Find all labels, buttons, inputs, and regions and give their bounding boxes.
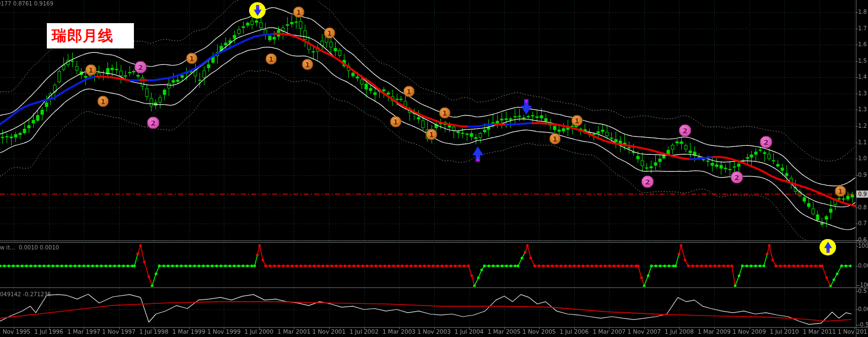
number-1-orange[interactable]: 1 <box>186 53 198 64</box>
sell-arrow-blue[interactable] <box>520 99 533 115</box>
number-1-orange[interactable]: 1 <box>324 28 336 39</box>
buy-arrow-blue[interactable] <box>471 146 484 162</box>
time-axis-label: 1 Mar 2003 <box>382 328 416 335</box>
price-axis-label: 1.5 <box>858 58 867 64</box>
sell-signal-yellow-circle[interactable] <box>249 2 266 19</box>
chart-title-label[interactable]: 瑞郎月线 <box>47 23 134 48</box>
number-2-pink[interactable]: 2 <box>641 176 654 188</box>
buy-signal-yellow-circle[interactable] <box>820 239 836 256</box>
time-axis-label: 1 Mar 2011 <box>803 328 836 335</box>
time-axis-label: 1 Nov 2011 <box>838 328 868 335</box>
number-1-orange[interactable]: 1 <box>266 53 277 65</box>
indicator2-label: 049142 -0.271236 <box>0 291 51 297</box>
indicator-axis-label: 0.00 <box>858 263 868 269</box>
price-axis-label: 1.8 <box>858 9 867 15</box>
trading-chart-window: 9177 0.8761 0.9169 瑞郎月线 w it... 0.0010 0… <box>0 0 868 337</box>
number-1-orange[interactable]: 1 <box>835 186 847 197</box>
time-axis-label: 1 Nov 2009 <box>732 328 766 335</box>
price-axis-label: 1.3 <box>858 106 867 113</box>
time-axis-label: 1 Jul 2008 <box>665 328 694 335</box>
number-2-pink[interactable]: 2 <box>731 171 743 184</box>
time-axis-label: 1 Jul 1996 <box>34 328 63 335</box>
time-axis-label: 1 Mar 2009 <box>698 328 731 335</box>
time-axis-label: 1 Jul 2004 <box>455 328 484 335</box>
price-axis-label: 0.9 <box>858 172 867 178</box>
time-axis-label: 1 Mar 1999 <box>172 328 206 335</box>
number-1-orange[interactable]: 1 <box>572 115 583 127</box>
number-1-orange[interactable]: 1 <box>549 133 561 145</box>
number-1-orange[interactable]: 1 <box>439 107 451 119</box>
number-2-pink[interactable]: 2 <box>147 117 160 129</box>
time-axis-label: 1 Jul 2010 <box>770 328 799 335</box>
indicator-axis-label: 0.00 <box>858 306 868 313</box>
number-2-pink[interactable]: 2 <box>760 136 773 149</box>
number-1-orange[interactable]: 1 <box>293 7 305 18</box>
time-axis-label: 1 Jul 2002 <box>349 328 379 335</box>
indicator-axis-label: 0.51 <box>858 288 868 295</box>
time-axis-label: 1 Mar 2005 <box>488 328 521 335</box>
time-axis-label: 1 Nov 2007 <box>628 328 661 335</box>
time-axis-label: 1 Nov 1997 <box>102 328 136 335</box>
number-1-orange[interactable]: 1 <box>98 96 109 107</box>
number-2-pink[interactable]: 2 <box>679 124 692 137</box>
time-axis-label: 1 Nov 1995 <box>0 328 30 335</box>
price-axis-label: 1.7 <box>858 25 867 32</box>
time-axis-label: 1 Nov 2005 <box>522 328 556 335</box>
time-axis-label: 1 Jul 1998 <box>139 328 169 335</box>
number-1-orange[interactable]: 1 <box>403 86 415 97</box>
indicator1-label: w it... 0.0010 0.0010 <box>0 244 59 251</box>
time-axis-label: 1 Nov 1999 <box>207 328 241 335</box>
number-1-orange[interactable]: 1 <box>85 64 97 76</box>
price-axis-label: 1.3 <box>858 90 867 97</box>
number-1-orange[interactable]: 1 <box>426 129 438 140</box>
chart-canvas[interactable] <box>0 0 868 337</box>
price-axis-label: 1.0 <box>858 155 867 162</box>
chart-title-text: 瑞郎月线 <box>52 26 114 46</box>
number-2-pink[interactable]: 2 <box>134 61 147 74</box>
time-axis-label: 1 Nov 2003 <box>417 328 451 335</box>
time-axis-label: 1 Mar 2001 <box>277 328 310 335</box>
time-axis-label: 1 Mar 1997 <box>67 328 100 335</box>
symbol-ohlc-info: 9177 0.8761 0.9169 <box>0 1 53 7</box>
time-axis-label: 1 Jul 2000 <box>244 328 273 335</box>
number-1-orange[interactable]: 1 <box>390 116 402 128</box>
number-1-orange[interactable]: 1 <box>302 59 314 70</box>
time-axis-label: 1 Jul 2006 <box>559 328 589 335</box>
price-axis-label: 1.6 <box>858 41 867 48</box>
price-axis-label: 1.2 <box>858 123 867 129</box>
indicator-axis-label: -0.5 <box>858 322 868 328</box>
current-price-box: 0.9 <box>856 191 868 198</box>
indicator-axis-label: 100 <box>858 243 868 249</box>
time-axis-label: 1 Nov 2001 <box>312 328 346 335</box>
price-axis-label: 0.7 <box>858 220 867 227</box>
time-axis-label: 1 Mar 2007 <box>592 328 626 335</box>
price-axis-label: 1.4 <box>858 74 867 80</box>
price-axis-label: 0.8 <box>858 204 867 211</box>
price-axis-label: 1.1 <box>858 139 867 146</box>
